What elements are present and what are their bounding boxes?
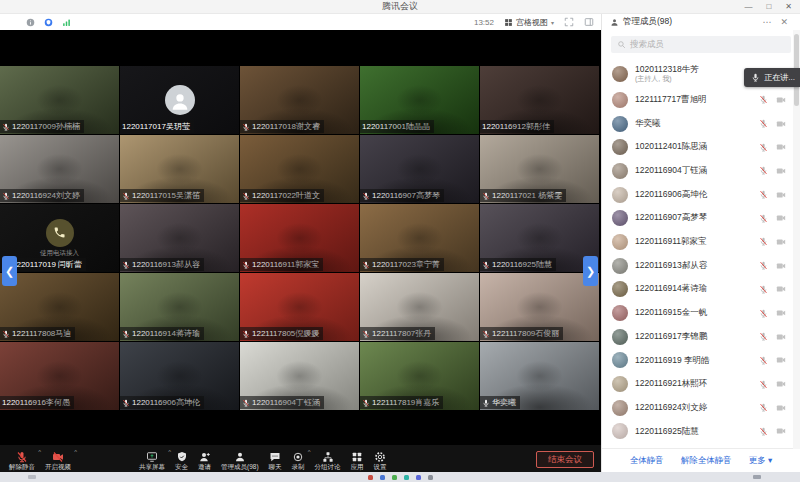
video-tile[interactable]: 1220116907高梦琴 <box>360 135 479 203</box>
more-button[interactable]: 更多 ▾ <box>749 455 773 467</box>
mic-muted-icon[interactable] <box>759 380 768 389</box>
taskbar-clock[interactable] <box>753 475 761 479</box>
toolbar-button-record[interactable]: ^ 录制 <box>287 448 310 473</box>
prev-page-button[interactable]: ❮ <box>2 256 17 286</box>
camera-off-icon[interactable] <box>776 403 786 413</box>
camera-off-icon[interactable] <box>776 213 786 223</box>
search-input[interactable]: 搜索成员 <box>611 36 791 53</box>
video-tile[interactable]: 华奕曦 <box>480 342 599 410</box>
camera-off-icon[interactable] <box>776 308 786 318</box>
camera-off-icon[interactable] <box>776 142 786 152</box>
video-tile[interactable]: 1220116906高坤伦 <box>120 342 239 410</box>
camera-off-icon[interactable] <box>776 119 786 129</box>
taskbar-app-icon[interactable] <box>404 475 409 480</box>
toolbar-button-breakout[interactable]: 分组讨论 <box>310 448 346 473</box>
participant-row[interactable]: 1220116924刘文婷 <box>602 396 793 420</box>
participant-row[interactable]: 华奕曦 <box>602 112 793 136</box>
mic-muted-icon[interactable] <box>759 285 768 294</box>
panel-layout-icon[interactable] <box>584 17 594 27</box>
toolbar-button-person[interactable]: 管理成员(98) <box>216 448 264 473</box>
video-tile[interactable]: 1221117805倪媛媛 <box>240 273 359 341</box>
participant-row[interactable]: 1220116917李锦鹏 <box>602 325 793 349</box>
participant-row[interactable]: 1220116925陆慧 <box>602 420 793 444</box>
toolbar-button-shield[interactable]: 安全 <box>170 448 193 473</box>
mic-muted-icon[interactable] <box>759 403 768 412</box>
toolbar-button-settings[interactable]: 设置 <box>369 448 392 473</box>
participant-row[interactable]: 1220116921林熙环 <box>602 372 793 396</box>
mic-muted-icon[interactable] <box>759 214 768 223</box>
close-button[interactable]: ✕ <box>785 0 792 13</box>
mic-muted-icon[interactable] <box>759 143 768 152</box>
mic-muted-icon[interactable] <box>759 427 768 436</box>
sidebar-scrollbar[interactable] <box>793 30 800 449</box>
participant-row[interactable]: 1220116906高坤伦 <box>602 183 793 207</box>
video-tile[interactable]: 1220117018谢文睿 <box>240 66 359 134</box>
video-tile[interactable]: 1221117807张丹 <box>360 273 479 341</box>
minimize-button[interactable]: — <box>744 0 752 13</box>
mic-muted-icon[interactable] <box>759 237 768 246</box>
camera-off-icon[interactable] <box>776 332 786 342</box>
windows-taskbar[interactable] <box>0 472 800 482</box>
taskbar-app-icon[interactable] <box>380 475 385 480</box>
close-panel-icon[interactable]: ✕ <box>780 17 788 27</box>
video-tile[interactable]: 1221117808马迪 <box>0 273 119 341</box>
chevron-up-icon[interactable]: ^ <box>74 449 77 455</box>
toolbar-button-mic-off[interactable]: ^ 解除静音 <box>4 448 40 473</box>
video-tile[interactable]: 1221117809石俊丽 <box>480 273 599 341</box>
video-tile[interactable]: 1220117015吴潇笛 <box>120 135 239 203</box>
participant-row[interactable]: 1220116919 李明皓 <box>602 349 793 373</box>
fullscreen-icon[interactable] <box>564 17 574 27</box>
video-tile[interactable]: 1220117023章宁菁 <box>360 204 479 272</box>
mic-muted-icon[interactable] <box>759 119 768 128</box>
unmute-all-button[interactable]: 解除全体静音 <box>681 455 732 467</box>
meeting-info-icon[interactable] <box>26 18 35 27</box>
camera-off-icon[interactable] <box>776 237 786 247</box>
more-icon[interactable]: ⋯ <box>762 17 771 27</box>
taskbar-app-icon[interactable] <box>428 475 433 480</box>
toolbar-button-chat[interactable]: 聊天 <box>264 448 287 473</box>
camera-off-icon[interactable] <box>776 190 786 200</box>
maximize-button[interactable]: □ <box>766 0 771 13</box>
video-tile[interactable]: 使用电话接入 1220117019 闫昕蕾 <box>0 204 119 272</box>
participant-row[interactable]: 1221117717曹旭明 <box>602 88 793 112</box>
next-page-button[interactable]: ❯ <box>583 256 598 286</box>
camera-off-icon[interactable] <box>776 379 786 389</box>
toolbar-button-cam-off[interactable]: ^ 开启视频 <box>40 448 76 473</box>
mute-all-button[interactable]: 全体静音 <box>630 455 664 467</box>
mic-muted-icon[interactable] <box>759 309 768 318</box>
camera-off-icon[interactable] <box>776 261 786 271</box>
mic-muted-icon[interactable] <box>759 190 768 199</box>
video-tile[interactable]: 1220116925陆慧 <box>480 204 599 272</box>
mic-muted-icon[interactable] <box>759 166 768 175</box>
taskbar-app-icon[interactable] <box>368 475 373 480</box>
participant-row[interactable]: 1220116904丁钰涵 <box>602 159 793 183</box>
video-tile[interactable]: 1220116904丁钰涵 <box>240 342 359 410</box>
camera-off-icon[interactable] <box>776 95 786 105</box>
video-tile[interactable]: 1220117017吴玥莹 <box>120 66 239 134</box>
camera-off-icon[interactable] <box>776 166 786 176</box>
video-tile[interactable]: 1220116914蒋诗瑜 <box>120 273 239 341</box>
video-tile[interactable]: 1220116912郭彤佳 <box>480 66 599 134</box>
toolbar-button-invite[interactable]: 邀请 <box>193 448 216 473</box>
video-tile[interactable]: 1220116913郝从容 <box>120 204 239 272</box>
mic-muted-icon[interactable] <box>759 261 768 270</box>
taskbar-start-icon[interactable] <box>28 475 36 479</box>
participant-row[interactable]: 1220116915金一帆 <box>602 301 793 325</box>
camera-off-icon[interactable] <box>776 426 786 436</box>
participant-row[interactable]: 1220116911郭家宝 <box>602 230 793 254</box>
camera-off-icon[interactable] <box>776 355 786 365</box>
shield-icon[interactable] <box>44 18 53 27</box>
toolbar-button-apps[interactable]: 应用 <box>346 448 369 473</box>
video-tile[interactable]: 1220117021 杨紫雯 <box>480 135 599 203</box>
participant-row[interactable]: 1020112401陈思涵 <box>602 135 793 159</box>
toolbar-button-share[interactable]: ^ 共享屏幕 <box>134 448 170 473</box>
end-meeting-button[interactable]: 结束会议 <box>536 451 594 468</box>
mic-muted-icon[interactable] <box>759 332 768 341</box>
video-tile[interactable]: 1220116924刘文婷 <box>0 135 119 203</box>
video-tile[interactable]: 1220117009孙楠楠 <box>0 66 119 134</box>
view-selector[interactable]: 宫格视图 ▾ <box>504 17 554 28</box>
video-tile[interactable]: 1220117001陆晶晶 <box>360 66 479 134</box>
mic-muted-icon[interactable] <box>759 356 768 365</box>
video-tile[interactable]: 1220116911郭家宝 <box>240 204 359 272</box>
taskbar-app-icon[interactable] <box>416 475 421 480</box>
